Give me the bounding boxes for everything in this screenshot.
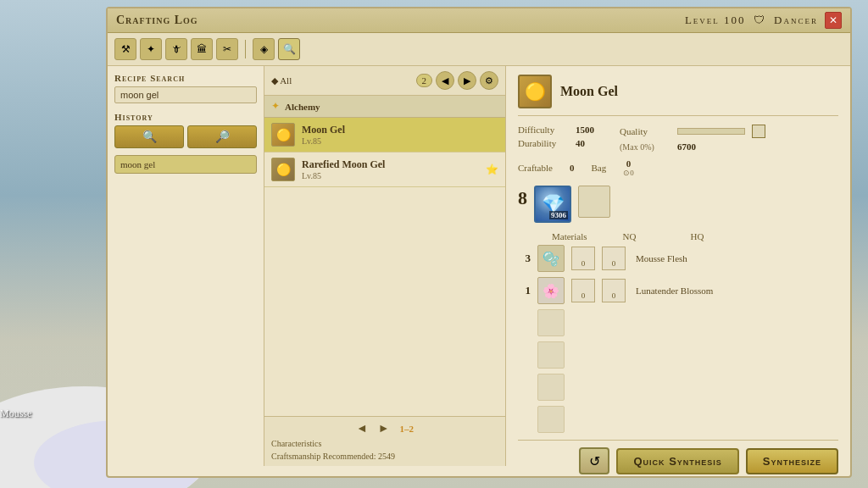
material-slot-empty: [578, 186, 610, 218]
history-search-button[interactable]: 🔍: [114, 125, 184, 148]
item-icon-large: 🟡: [518, 75, 552, 108]
toolbar-building-icon[interactable]: 🏛: [191, 38, 213, 60]
left-stats: Difficulty 1500 Durability 40: [518, 125, 594, 152]
craftable-row: Craftable 0 Bag 0 ⊙0: [518, 158, 838, 177]
pagination: ◄ ► 1–2: [271, 422, 498, 435]
toolbar-scissors-icon[interactable]: ✂: [216, 38, 238, 60]
quality-value: 6700: [677, 141, 696, 152]
materials-label: Materials: [552, 231, 587, 241]
filter-label: ◆ All: [271, 75, 413, 86]
left-panel: Recipe Search History 🔍 🔎 moon gel: [108, 66, 264, 466]
lunatender-hq-box: 0: [602, 279, 626, 302]
right-stats: Quality (Max 0%) 6700: [620, 125, 765, 152]
mat-qty-mousse: 3: [518, 252, 531, 265]
main-content: Recipe Search History 🔍 🔎 moon gel ◆ All…: [108, 66, 850, 466]
history-clear-button[interactable]: 🔎: [187, 125, 257, 148]
recipe-name-moon-gel: Moon Gel: [302, 124, 498, 136]
hq-header: HQ: [672, 231, 723, 241]
character-name: Mousse: [0, 408, 31, 420]
history-title: History: [114, 112, 257, 122]
lunatender-icon: 🌸: [537, 277, 565, 304]
dancer-shield-icon: 🛡: [754, 14, 766, 26]
empty-slot-2: [537, 341, 565, 369]
recipe-info-moon-gel: Moon Gel Lv.85: [302, 124, 498, 146]
next-button[interactable]: ►: [378, 422, 390, 435]
mousse-hq-box: 0: [602, 247, 626, 270]
recipe-quantity-section: 8 💎 9306: [518, 186, 838, 223]
title-right: Level 100 🛡 Dancer ✕: [685, 12, 842, 29]
level-display: Level 100 🛡 Dancer: [685, 14, 818, 27]
difficulty-row: Difficulty 1500: [518, 125, 594, 135]
next-page-button[interactable]: ▶: [458, 71, 476, 90]
refresh-button[interactable]: ↺: [579, 447, 609, 474]
mousse-name: Mousse Flesh: [636, 253, 687, 263]
bag-sub: ⊙0: [623, 169, 634, 177]
toolbar-gem-icon[interactable]: ◈: [253, 38, 275, 60]
filter-bar: ◆ All 2 ◀ ▶ ⚙: [264, 66, 505, 96]
nq-header: NQ: [604, 231, 655, 241]
synthesize-button[interactable]: Synthesize: [746, 448, 838, 474]
filter-options-button[interactable]: ⚙: [480, 71, 498, 90]
recipe-info-rarefied: Rarefied Moon Gel Lv.85: [302, 158, 479, 180]
mousse-nq-box: 0: [571, 247, 595, 270]
mousse-hq-value: 0: [612, 259, 616, 268]
craftable-value: 0: [570, 163, 575, 173]
recipe-name-rarefied: Rarefied Moon Gel: [302, 158, 479, 171]
material-row-lunatender: 1 🌸 0 0 Lunatender Blossom: [518, 277, 838, 304]
quantity-number: 8: [518, 186, 527, 208]
mat-qty-lunatender: 1: [518, 284, 531, 297]
title-bar: Crafting Log Level 100 🛡 Dancer ✕: [108, 8, 850, 33]
toolbar-separator: [245, 40, 246, 58]
empty-slot-1: [537, 309, 565, 336]
crystal-icon: 💎 9306: [534, 186, 571, 223]
durability-value: 40: [576, 138, 585, 148]
item-stats: Difficulty 1500 Durability 40 Quality: [518, 125, 838, 152]
quality-bar: [677, 128, 745, 135]
craftsmanship-text: Craftsmanship Recommended: 2549: [271, 452, 498, 461]
recipe-level-moon-gel: Lv.85: [302, 136, 498, 146]
prev-page-button[interactable]: ◀: [436, 71, 454, 90]
filter-count: 2: [416, 74, 433, 87]
bag-value: 0: [626, 158, 632, 169]
hq-badge-icon: ⭐: [486, 164, 498, 176]
durability-label: Durability: [518, 138, 569, 148]
category-name: Alchemy: [285, 102, 320, 112]
craftable-label: Craftable: [518, 163, 553, 173]
toolbar-sword-icon[interactable]: 🗡: [165, 38, 187, 60]
materials-section: Materials NQ HQ 3 🫧 0 0 Mousse Flesh: [518, 231, 838, 433]
prev-button[interactable]: ◄: [356, 422, 368, 435]
lunatender-nq-box: 0: [571, 279, 595, 302]
item-header: 🟡 Moon Gel: [518, 75, 838, 116]
empty-slot-4: [537, 406, 565, 433]
toolbar-magic-icon[interactable]: ✦: [140, 38, 162, 60]
bag-label: Bag: [591, 163, 606, 173]
difficulty-value: 1500: [576, 125, 594, 135]
window-title: Crafting Log: [116, 14, 198, 27]
characteristics-label: Characteristics: [271, 439, 498, 448]
crystal-count: 9306: [549, 211, 568, 219]
quality-row: Quality: [620, 125, 765, 138]
quality-label: Quality: [620, 126, 670, 136]
recipe-search-input[interactable]: [114, 86, 257, 103]
toolbar-crafting-icon[interactable]: ⚒: [114, 38, 136, 60]
mousse-flesh-icon: 🫧: [537, 245, 565, 272]
item-name: Moon Gel: [560, 84, 618, 99]
lunatender-name: Lunatender Blossom: [636, 286, 713, 296]
toolbar-search-icon[interactable]: 🔍: [278, 38, 300, 60]
moon-gel-icon: 🟡: [271, 123, 295, 147]
recipe-item-moon-gel[interactable]: 🟡 Moon Gel Lv.85: [264, 118, 505, 152]
durability-row: Durability 40: [518, 138, 594, 148]
quality-pct-row: (Max 0%) 6700: [620, 141, 765, 152]
close-button[interactable]: ✕: [825, 12, 842, 29]
history-buttons: 🔍 🔎: [114, 125, 257, 148]
recipe-item-rarefied-moon-gel[interactable]: 🟡 Rarefied Moon Gel Lv.85 ⭐: [264, 152, 505, 187]
lunatender-hq-value: 0: [612, 291, 616, 300]
recipe-level-rarefied: Lv.85: [302, 171, 479, 180]
difficulty-label: Difficulty: [518, 125, 569, 135]
history-item[interactable]: moon gel: [114, 155, 257, 174]
empty-slot-3: [537, 374, 565, 401]
material-row-mousse-flesh: 3 🫧 0 0 Mousse Flesh: [518, 245, 838, 272]
empty-material-slots: [537, 309, 838, 433]
quick-synthesis-button[interactable]: Quick Synthesis: [616, 448, 738, 474]
alchemy-icon: ✦: [271, 100, 280, 113]
